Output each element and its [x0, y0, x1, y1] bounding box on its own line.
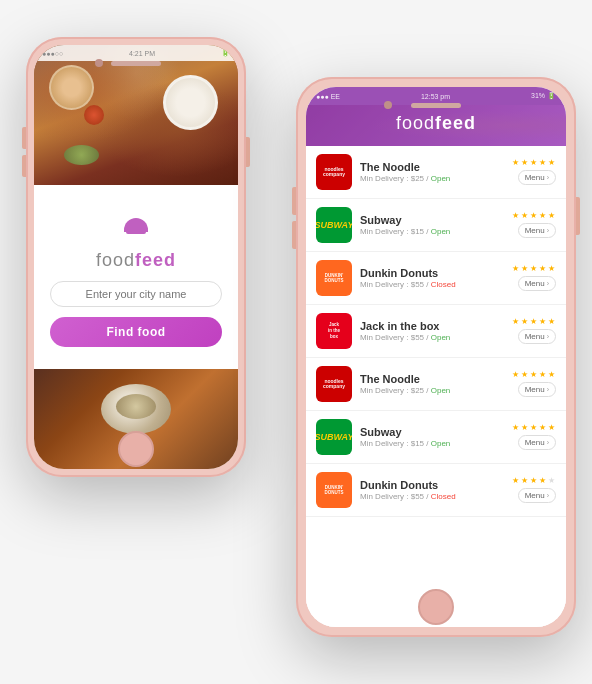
star-full: ★ — [539, 212, 547, 220]
logo-noodles: noodlescompany — [316, 154, 352, 190]
rest-meta: Min Delivery : $15 / Open — [360, 227, 504, 236]
screen-left: ●●●○○ 4:21 PM 🔋 — [34, 45, 238, 469]
restaurant-item[interactable]: DUNKIN'DONUTS Dunkin Donuts Min Delivery… — [306, 252, 566, 305]
chevron-right-icon: › — [547, 386, 549, 393]
logo-noodles: noodlescompany — [316, 366, 352, 402]
restaurant-item[interactable]: SUBWAY Subway Min Delivery : $15 / Open … — [306, 199, 566, 252]
rest-status: Open — [431, 174, 451, 183]
star-rating: ★★★★★ — [512, 212, 556, 220]
star-full: ★ — [521, 159, 529, 167]
app-scene: ●●●○○ 4:21 PM 🔋 — [16, 17, 576, 667]
star-full: ★ — [539, 159, 547, 167]
star-full: ★ — [521, 212, 529, 220]
app-icon — [120, 208, 152, 240]
star-full: ★ — [530, 371, 538, 379]
home-button-left[interactable] — [118, 431, 154, 467]
rest-right: ★★★★★ Menu › — [512, 371, 556, 397]
restaurant-list[interactable]: noodlescompany The Noodle Min Delivery :… — [306, 146, 566, 627]
rest-info: The Noodle Min Delivery : $25 / Open — [360, 373, 504, 395]
rest-right: ★★★★★ Menu › — [512, 159, 556, 185]
city-input[interactable] — [50, 281, 222, 307]
star-rating: ★★★★★ — [512, 477, 556, 485]
rest-right: ★★★★★ Menu › — [512, 265, 556, 291]
restaurant-item[interactable]: SUBWAY Subway Min Delivery : $15 / Open … — [306, 411, 566, 464]
speaker-left — [111, 61, 161, 66]
rest-right: ★★★★★ Menu › — [512, 212, 556, 238]
volume-up-button — [22, 127, 26, 149]
star-full: ★ — [539, 477, 547, 485]
app-name-feed: feed — [135, 250, 176, 270]
star-full: ★ — [530, 477, 538, 485]
star-rating: ★★★★★ — [512, 265, 556, 273]
star-rating: ★★★★★ — [512, 318, 556, 326]
chef-hat-icon — [124, 214, 148, 234]
logo-dunkin: DUNKIN'DONUTS — [316, 472, 352, 508]
restaurant-item[interactable]: noodlescompany The Noodle Min Delivery :… — [306, 358, 566, 411]
menu-label: Menu — [525, 491, 545, 500]
menu-button[interactable]: Menu › — [518, 488, 556, 503]
logo-subway: SUBWAY — [316, 207, 352, 243]
find-food-button[interactable]: Find food — [50, 317, 222, 347]
rest-name: The Noodle — [360, 373, 504, 385]
chevron-right-icon: › — [547, 280, 549, 287]
menu-button[interactable]: Menu › — [518, 382, 556, 397]
menu-button[interactable]: Menu › — [518, 170, 556, 185]
star-rating: ★★★★★ — [512, 424, 556, 432]
speaker-right — [411, 103, 461, 108]
rest-info: The Noodle Min Delivery : $25 / Open — [360, 161, 504, 183]
restaurant-item[interactable]: noodlescompany The Noodle Min Delivery :… — [306, 146, 566, 199]
star-full: ★ — [512, 371, 520, 379]
restaurant-item[interactable]: DUNKIN'DONUTS Dunkin Donuts Min Delivery… — [306, 464, 566, 517]
volume-up-button-right — [292, 187, 296, 215]
phone-left: ●●●○○ 4:21 PM 🔋 — [26, 37, 246, 477]
rest-info: Jack in the box Min Delivery : $55 / Ope… — [360, 320, 504, 342]
chevron-right-icon: › — [547, 174, 549, 181]
star-full: ★ — [521, 265, 529, 273]
menu-label: Menu — [525, 332, 545, 341]
star-half: ★ — [548, 159, 556, 167]
rest-meta: Min Delivery : $55 / Closed — [360, 492, 504, 501]
star-full: ★ — [539, 371, 547, 379]
home-button-right[interactable] — [418, 589, 454, 625]
star-full: ★ — [512, 159, 520, 167]
menu-button[interactable]: Menu › — [518, 329, 556, 344]
star-full: ★ — [530, 159, 538, 167]
rest-name: The Noodle — [360, 161, 504, 173]
phone-right-screen: ●●● EE 12:53 pm 31% 🔋 foodfeed noodlesco… — [306, 87, 566, 627]
logo-jack: Jackin thebox — [316, 313, 352, 349]
phone-left-screen: ●●●○○ 4:21 PM 🔋 — [34, 45, 238, 469]
star-full: ★ — [539, 424, 547, 432]
restaurant-item[interactable]: Jackin thebox Jack in the box Min Delive… — [306, 305, 566, 358]
chevron-right-icon: › — [547, 492, 549, 499]
logo-dunkin: DUNKIN'DONUTS — [316, 260, 352, 296]
star-half: ★ — [548, 371, 556, 379]
menu-label: Menu — [525, 226, 545, 235]
star-full: ★ — [539, 318, 547, 326]
rest-right: ★★★★★ Menu › — [512, 477, 556, 503]
volume-down-button-right — [292, 221, 296, 249]
star-full: ★ — [512, 477, 520, 485]
rest-meta: Min Delivery : $25 / Open — [360, 386, 504, 395]
rest-status: Open — [431, 333, 451, 342]
rest-info: Dunkin Donuts Min Delivery : $55 / Close… — [360, 267, 504, 289]
star-full: ★ — [530, 265, 538, 273]
logo-subway: SUBWAY — [316, 419, 352, 455]
rest-meta: Min Delivery : $25 / Open — [360, 174, 504, 183]
rest-name: Subway — [360, 426, 504, 438]
food-plate — [163, 75, 218, 130]
rest-info: Subway Min Delivery : $15 / Open — [360, 214, 504, 236]
star-full: ★ — [530, 318, 538, 326]
star-full: ★ — [512, 424, 520, 432]
chevron-right-icon: › — [547, 227, 549, 234]
menu-button[interactable]: Menu › — [518, 276, 556, 291]
phone-top-right — [306, 87, 566, 123]
food-herb — [64, 145, 99, 165]
star-half: ★ — [548, 318, 556, 326]
star-full: ★ — [521, 371, 529, 379]
phone-top-left — [34, 45, 238, 81]
menu-button[interactable]: Menu › — [518, 223, 556, 238]
rest-name: Dunkin Donuts — [360, 479, 504, 491]
food-tomato — [84, 105, 104, 125]
menu-button[interactable]: Menu › — [518, 435, 556, 450]
power-button — [246, 137, 250, 167]
